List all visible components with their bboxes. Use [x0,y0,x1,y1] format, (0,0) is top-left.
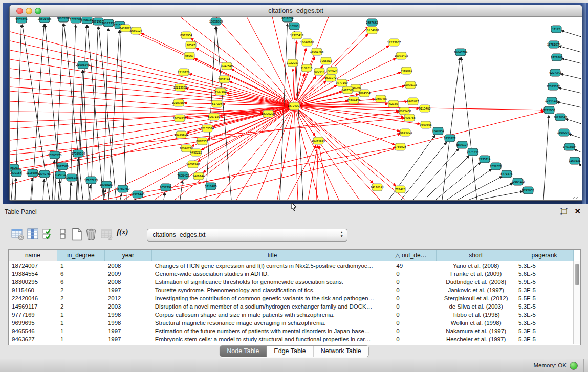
table-row[interactable]: 977716911998Corpus callosum shape and si… [9,311,574,319]
function-builder-icon[interactable]: f(x) [117,228,130,241]
table-cell[interactable]: Yano et al. (2008) [437,261,515,270]
table-cell[interactable]: 1997 [105,327,152,335]
table-cell[interactable]: 0 [393,278,437,286]
table-cell[interactable]: 22420046 [9,294,57,302]
table-row[interactable]: 1938455462009Genome-wide association stu… [9,270,574,278]
table-row[interactable]: 911546021997Tourette syndrome. Phenomeno… [9,286,574,294]
table-cell[interactable]: 2008 [105,278,152,286]
column-header-short[interactable]: short [437,250,515,261]
column-header-name[interactable]: name [9,250,57,261]
table-cell[interactable]: Nakamura et al. (1997) [437,327,515,335]
table-cell[interactable]: 1 [57,311,105,319]
table-cell[interactable]: 2 [57,302,105,311]
memory-ok-indicator[interactable] [570,362,578,370]
table-cell[interactable]: 0 [393,302,437,311]
table-cell[interactable]: 9699695 [9,319,57,327]
table-cell[interactable]: 49 [393,261,437,270]
column-header-pagerank[interactable]: pagerank [515,250,574,261]
table-cell[interactable]: 5.3E-5 [515,261,574,270]
column-header-out_de[interactable]: △ out_de… [393,250,437,261]
tab-network-table[interactable]: Network Table [314,346,368,357]
table-row[interactable]: 1456911722003Disruption of a novel membe… [9,302,574,311]
table-cell[interactable]: Hescheler et al. (1997) [437,335,515,343]
table-cell[interactable]: Investigating the contribution of common… [152,294,394,302]
table-scrollbar-thumb[interactable] [575,264,579,285]
table-cell[interactable]: 6 [57,278,105,286]
column-header-title[interactable]: title [152,250,394,261]
table-scrollbar[interactable] [573,261,580,344]
column-header-in_degree[interactable]: in_degree [57,250,105,261]
table-row[interactable]: 946362711997Embryonic stem cells: a mode… [9,335,574,343]
table-cell[interactable]: Tourette syndrome. Phenomenology and cla… [152,286,394,294]
table-cell[interactable]: Structural magnetic resonance image aver… [152,319,394,327]
table-cell[interactable]: Tibbo et al. (1998) [437,311,515,319]
node-table-grid[interactable]: namein_degreeyeartitle△ out_de…shortpage… [9,250,574,344]
table-cell[interactable]: 5.3E-5 [515,311,574,319]
table-cell[interactable]: 5.6E-5 [515,270,574,278]
table-selector-dropdown[interactable]: citations_edges.txt ▲▼ [147,229,347,242]
table-cell[interactable]: 18724007 [9,261,57,270]
table-cell[interactable]: 1 [57,327,105,335]
table-cell[interactable]: 2008 [105,261,152,270]
table-cell[interactable]: 9465546 [9,327,57,335]
table-cell[interactable]: 9463627 [9,335,57,343]
table-cell[interactable]: 0 [393,294,437,302]
network-canvas[interactable]: 9355724206914061065328715276026466160107… [10,17,581,200]
row-height-icon[interactable] [56,228,70,241]
table-cell[interactable]: 9115460 [9,286,57,294]
tab-node-table[interactable]: Node Table [220,346,267,357]
table-cell[interactable]: Dudbridge et al. (2008) [437,278,515,286]
table-cell[interactable]: 2 [57,294,105,302]
table-cell[interactable]: 5.3E-5 [515,302,574,311]
show-columns-icon[interactable] [27,228,40,241]
table-cell[interactable]: 1 [57,261,105,270]
table-cell[interactable]: 0 [393,270,437,278]
table-cell[interactable]: 0 [393,286,437,294]
table-cell[interactable]: 2 [57,286,105,294]
table-cell[interactable]: Wolkin et al. (1998) [437,319,515,327]
table-cell[interactable]: Disruption of a novel member of a sodium… [152,302,394,311]
close-panel-icon[interactable]: ✕ [574,207,581,216]
table-row[interactable]: 1830029562008Estimation of significance … [9,278,574,286]
table-cell[interactable]: Changes of HCN gene expression and I(f) … [152,261,394,270]
table-row[interactable]: 1872400712008Changes of HCN gene express… [9,261,574,270]
table-cell[interactable]: 1998 [105,311,152,319]
table-cell[interactable]: 19384554 [9,270,57,278]
table-cell[interactable]: Embryonic stem cells: a model to study s… [152,335,394,343]
table-cell[interactable]: Stergiakouli et al. (2012) [437,294,515,302]
table-cell[interactable]: 1 [57,319,105,327]
table-row[interactable]: 946554611997Estimation of the future num… [9,327,574,335]
table-cell[interactable]: 1 [57,335,105,343]
table-cell[interactable]: de Silva et al. (2003) [437,302,515,311]
table-cell[interactable]: Franke et al. (2009) [437,270,515,278]
network-view-window[interactable]: citations_edges.txt 93557242069140610653… [9,5,582,201]
delete-trash-icon[interactable] [85,228,98,241]
table-row[interactable]: 969969511998Structural magnetic resonanc… [9,319,574,327]
float-panel-icon[interactable] [560,208,568,215]
table-cell[interactable]: 2009 [105,270,152,278]
table-cell[interactable]: 0 [393,319,437,327]
table-cell[interactable]: 9777169 [9,311,57,319]
table-cell[interactable]: 5.3E-5 [515,335,574,343]
table-cell[interactable]: 2012 [105,294,152,302]
table-cell[interactable]: 0 [393,311,437,319]
table-cell[interactable]: 0 [393,327,437,335]
table-cell[interactable]: 5.3E-5 [515,319,574,327]
table-row[interactable]: 2242004622012Investigating the contribut… [9,294,574,302]
new-table-icon[interactable] [71,228,84,241]
table-cell[interactable]: 1998 [105,319,152,327]
table-cell[interactable]: 5.3E-5 [515,286,574,294]
table-cell[interactable]: 1997 [105,335,152,343]
window-resize-grip[interactable] [573,191,580,199]
table-cell[interactable]: Estimation of the future numbers of pati… [152,327,394,335]
table-cell[interactable]: 0 [393,335,437,343]
table-cell[interactable]: 5.9E-5 [515,278,574,286]
table-cell[interactable]: Estimation of significance thresholds fo… [152,278,394,286]
table-cell[interactable]: 1997 [105,286,152,294]
table-cell[interactable]: 2003 [105,302,152,311]
table-cell[interactable]: Jankovic et al. (1997) [437,286,515,294]
table-cell[interactable]: 5.5E-5 [515,294,574,302]
select-rows-icon[interactable] [42,228,55,241]
table-cell[interactable]: 5.3E-5 [515,327,574,335]
table-cell[interactable]: Corpus callosum shape and size in male p… [152,311,394,319]
